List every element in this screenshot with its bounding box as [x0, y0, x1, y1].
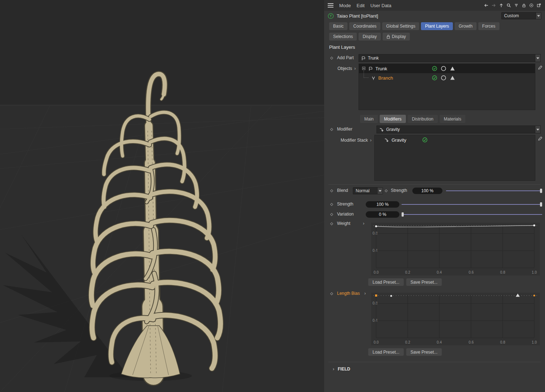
menubar-icon-group: [484, 3, 541, 8]
modifier-dropdown[interactable]: Gravity: [376, 126, 541, 133]
tab-global-settings[interactable]: Global Settings: [382, 22, 419, 30]
length-bias-xtick-08: 0.8: [497, 340, 508, 344]
preset-dropdown-value: Custom: [504, 13, 519, 18]
variation-slider[interactable]: [402, 211, 542, 218]
key-diamond-icon[interactable]: [385, 189, 388, 192]
tab-basic[interactable]: Basic: [329, 22, 347, 30]
key-diamond-icon[interactable]: [330, 213, 333, 216]
menu-edit[interactable]: Edit: [357, 3, 365, 8]
hamburger-menu-icon[interactable]: [328, 3, 333, 8]
variation-row: Variation 0 %: [324, 211, 545, 218]
edit-pencil-icon[interactable]: [538, 65, 543, 70]
strength-label: Strength: [337, 202, 353, 207]
save-preset-button[interactable]: Save Preset...: [406, 278, 442, 286]
load-preset-button[interactable]: Load Preset...: [368, 348, 404, 356]
weight-expander-chevron[interactable]: ›: [363, 221, 364, 226]
menu-user-data[interactable]: User Data: [370, 3, 392, 8]
menu-mode[interactable]: Mode: [339, 3, 351, 8]
tab-selections[interactable]: Selections: [329, 33, 357, 41]
trunk-expander-icon[interactable]: [362, 67, 365, 70]
modifier-value: Gravity: [386, 127, 400, 132]
tree-row-branch[interactable]: Branch: [359, 73, 535, 82]
blend-strength-value[interactable]: 100 %: [412, 188, 442, 194]
weight-xtick-10: 1.0: [529, 270, 540, 274]
length-bias-spline-graph[interactable]: 0.8 0.4 0.0 0.2 0.4 0.6 0.8 1.0: [371, 293, 540, 345]
render-triangle-icon[interactable]: [450, 75, 455, 80]
variation-value[interactable]: 0 %: [366, 211, 399, 218]
branch-row-label: Branch: [378, 75, 393, 81]
enabled-check-icon[interactable]: [432, 66, 437, 71]
search-icon[interactable]: [506, 3, 511, 8]
weight-label: Weight: [337, 221, 350, 226]
trunk-state-icons: [432, 66, 455, 71]
edit-pencil-icon[interactable]: [538, 136, 543, 141]
tab-display[interactable]: Display: [359, 33, 380, 41]
key-diamond-icon[interactable]: [330, 57, 333, 60]
weight-xtick-04: 0.4: [434, 270, 445, 274]
stack-row-gravity[interactable]: Gravity: [375, 135, 535, 145]
weight-preset-buttons: Load Preset... Save Preset...: [368, 278, 442, 286]
key-diamond-icon[interactable]: [330, 222, 333, 225]
add-part-row: Add Part Trunk: [324, 54, 545, 62]
back-icon[interactable]: [484, 3, 489, 8]
key-diamond-icon[interactable]: [330, 128, 333, 131]
modifier-stack-chevron[interactable]: ›: [370, 137, 371, 143]
tab-display-lock[interactable]: Display: [383, 33, 410, 41]
modifier-stack-label: Modifier Stack: [324, 138, 368, 143]
filter-icon[interactable]: [514, 3, 519, 8]
objects-expander-chevron[interactable]: ›: [354, 66, 356, 71]
strength-slider[interactable]: [402, 201, 542, 208]
tab-plant-layers[interactable]: Plant Layers: [421, 22, 453, 30]
length-bias-xtick-04: 0.4: [434, 340, 445, 344]
blend-mode-value: Normal: [356, 188, 370, 193]
forward-icon[interactable]: [491, 3, 496, 8]
weight-xtick-06: 0.6: [466, 270, 477, 274]
key-diamond-icon[interactable]: [330, 203, 333, 206]
modifier-dropdown-arrow[interactable]: [535, 126, 540, 133]
render-triangle-icon[interactable]: [450, 66, 455, 71]
target-icon[interactable]: [529, 3, 534, 8]
object-title-row: Taiao Plant [toPlant] Custom: [324, 11, 545, 20]
preset-dropdown-arrow[interactable]: [536, 13, 541, 19]
up-arrow-icon[interactable]: [499, 3, 504, 8]
save-preset-button[interactable]: Save Preset...: [406, 348, 442, 356]
field-section-header[interactable]: › FIELD: [324, 366, 545, 373]
modifier-stack-box[interactable]: Gravity: [374, 135, 535, 181]
key-diamond-icon[interactable]: [330, 189, 333, 192]
tab-growth[interactable]: Growth: [455, 22, 477, 30]
subtab-main[interactable]: Main: [360, 115, 378, 123]
tab-forces[interactable]: Forces: [478, 22, 499, 30]
blend-dropdown-arrow[interactable]: [377, 188, 383, 194]
field-expander-chevron[interactable]: ›: [333, 366, 334, 372]
load-preset-button[interactable]: Load Preset...: [368, 278, 404, 286]
subtab-materials[interactable]: Materials: [440, 115, 466, 123]
tree-connector: [364, 71, 369, 78]
weight-plot-area[interactable]: [376, 225, 534, 268]
external-link-icon[interactable]: [536, 3, 541, 8]
objects-tree-box[interactable]: Trunk Branch: [359, 63, 535, 110]
viewport-3d[interactable]: [0, 0, 324, 392]
preset-dropdown[interactable]: Custom: [501, 12, 541, 19]
blend-mode-dropdown[interactable]: Normal: [353, 187, 383, 194]
visibility-circle-icon[interactable]: [441, 66, 446, 71]
lock-icon[interactable]: [521, 3, 526, 8]
enabled-check-icon[interactable]: [422, 137, 427, 142]
subtab-modifiers[interactable]: Modifiers: [380, 115, 406, 123]
enabled-check-icon[interactable]: [432, 75, 437, 80]
key-diamond-icon[interactable]: [330, 292, 333, 295]
visibility-circle-icon[interactable]: [441, 75, 446, 80]
length-bias-preset-buttons: Load Preset... Save Preset...: [368, 348, 442, 356]
tab-coordinates[interactable]: Coordinates: [349, 22, 380, 30]
blend-strength-slider[interactable]: [446, 188, 542, 194]
branch-state-icons: [432, 75, 455, 80]
tree-row-trunk[interactable]: Trunk: [359, 64, 535, 73]
strength-value[interactable]: 100 %: [366, 201, 399, 208]
weight-curve: [376, 225, 534, 268]
subtab-distribution[interactable]: Distribution: [408, 115, 438, 123]
length-bias-plot-area[interactable]: [376, 295, 534, 338]
length-bias-expander-chevron[interactable]: ›: [364, 291, 366, 296]
add-part-dropdown[interactable]: Trunk: [359, 54, 541, 62]
length-bias-label: Length Bias: [337, 291, 360, 296]
add-part-dropdown-arrow[interactable]: [535, 55, 540, 62]
weight-spline-graph[interactable]: 0.8 0.4 0.0 0.2 0.4 0.6 0.8 1.0: [371, 223, 540, 275]
